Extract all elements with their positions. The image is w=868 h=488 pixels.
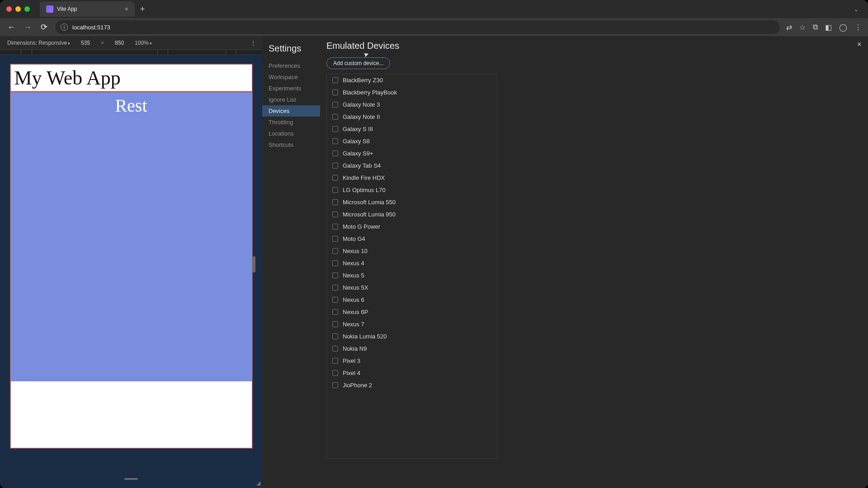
device-checkbox[interactable] xyxy=(332,138,338,144)
device-checkbox[interactable] xyxy=(332,333,338,339)
device-checkbox[interactable] xyxy=(332,382,338,388)
device-row[interactable]: Nexus 6P xyxy=(327,306,497,318)
device-label: Nokia N9 xyxy=(343,345,367,352)
device-row[interactable]: Microsoft Lumia 550 xyxy=(327,196,497,208)
sidebar-item-shortcuts[interactable]: Shortcuts xyxy=(262,139,320,150)
device-row[interactable]: Nexus 5 xyxy=(327,269,497,282)
device-checkbox[interactable] xyxy=(332,285,338,291)
profile-icon[interactable]: ◯ xyxy=(839,23,847,32)
minimize-window-icon[interactable] xyxy=(15,6,21,12)
device-checkbox[interactable] xyxy=(332,370,338,376)
device-list-scroll[interactable]: BlackBerry Z30Blackberry PlayBookGalaxy … xyxy=(327,74,497,458)
device-label: Moto G4 xyxy=(343,235,365,242)
device-checkbox[interactable] xyxy=(332,77,338,83)
extensions-icon[interactable]: ⧉ xyxy=(813,23,818,31)
device-menu-button[interactable]: ⋮ xyxy=(250,40,255,46)
resize-handle-bottom[interactable] xyxy=(124,478,138,480)
device-checkbox[interactable] xyxy=(332,346,338,352)
device-row[interactable]: LG Optimus L70 xyxy=(327,184,497,196)
device-checkbox[interactable] xyxy=(332,126,338,132)
device-row[interactable]: BlackBerry Z30 xyxy=(327,74,497,86)
device-checkbox[interactable] xyxy=(332,321,338,327)
device-row[interactable]: Pixel 4 xyxy=(327,367,497,379)
close-tab-icon[interactable]: × xyxy=(125,5,128,13)
ruler[interactable] xyxy=(0,50,262,55)
preview-stage: My Web App Rest ◢ xyxy=(0,55,262,488)
device-checkbox[interactable] xyxy=(332,102,338,108)
sidebar-item-ignore-list[interactable]: Ignore List xyxy=(262,94,320,105)
width-input[interactable] xyxy=(76,40,94,46)
device-checkbox[interactable] xyxy=(332,236,338,242)
device-row[interactable]: Moto G4 xyxy=(327,233,497,245)
device-mode-pane: Dimensions: Responsive▾ × 100%▾ ⋮ My Web… xyxy=(0,36,262,488)
sidebar-item-experiments[interactable]: Experiments xyxy=(262,83,320,94)
device-row[interactable]: Galaxy Note 3 xyxy=(327,99,497,111)
device-checkbox[interactable] xyxy=(332,248,338,254)
device-row[interactable]: Nokia N9 xyxy=(327,343,497,355)
device-label: Nexus 10 xyxy=(343,248,368,254)
device-row[interactable]: Galaxy S8 xyxy=(327,135,497,147)
device-row[interactable]: Kindle Fire HDX xyxy=(327,172,497,184)
device-row[interactable]: Nexus 5X xyxy=(327,282,497,294)
dimensions-dropdown[interactable]: Dimensions: Responsive▾ xyxy=(7,40,70,46)
device-label: Microsoft Lumia 550 xyxy=(343,199,396,206)
device-row[interactable]: Nexus 6 xyxy=(327,294,497,306)
address-bar[interactable]: i localhost:5173 xyxy=(55,20,780,34)
device-checkbox[interactable] xyxy=(332,187,338,193)
device-checkbox[interactable] xyxy=(332,163,338,169)
forward-button[interactable]: → xyxy=(23,23,33,32)
device-checkbox[interactable] xyxy=(332,224,338,230)
device-row[interactable]: JioPhone 2 xyxy=(327,379,497,391)
tab-overflow-button[interactable]: ⌄ xyxy=(851,3,862,15)
device-checkbox[interactable] xyxy=(332,358,338,364)
device-label: Blackberry PlayBook xyxy=(343,89,397,96)
zoom-dropdown[interactable]: 100%▾ xyxy=(135,40,152,46)
new-tab-button[interactable]: + xyxy=(140,5,145,14)
sidebar-item-preferences[interactable]: Preferences xyxy=(262,60,320,71)
device-checkbox[interactable] xyxy=(332,175,338,181)
device-row[interactable]: Nexus 7 xyxy=(327,318,497,330)
maximize-window-icon[interactable] xyxy=(24,6,30,12)
device-checkbox[interactable] xyxy=(332,150,338,156)
add-custom-device-button[interactable]: Add custom device... xyxy=(326,57,390,69)
device-checkbox[interactable] xyxy=(332,199,338,205)
device-checkbox[interactable] xyxy=(332,89,338,95)
back-button[interactable]: ← xyxy=(6,23,16,32)
resize-handle-corner[interactable]: ◢ xyxy=(256,480,260,486)
bookmark-icon[interactable]: ☆ xyxy=(799,23,806,32)
device-row[interactable]: Galaxy Note II xyxy=(327,111,497,123)
device-row[interactable]: Blackberry PlayBook xyxy=(327,86,497,99)
browser-tab[interactable]: Vite App × xyxy=(40,1,135,17)
device-label: Galaxy Note 3 xyxy=(343,101,380,108)
device-row[interactable]: Microsoft Lumia 950 xyxy=(327,208,497,221)
device-checkbox[interactable] xyxy=(332,272,338,278)
device-row[interactable]: Nexus 10 xyxy=(327,245,497,257)
height-input[interactable] xyxy=(110,40,128,46)
device-checkbox[interactable] xyxy=(332,114,338,120)
close-window-icon[interactable] xyxy=(6,6,12,12)
sidebar-item-devices[interactable]: Devices xyxy=(262,105,320,117)
site-info-icon[interactable]: i xyxy=(61,23,68,31)
resize-handle-right[interactable] xyxy=(253,256,255,272)
translate-icon[interactable]: ⇄ xyxy=(786,23,792,32)
reload-button[interactable]: ⟳ xyxy=(39,22,49,32)
menu-icon[interactable]: ⋮ xyxy=(854,23,862,32)
sidepanel-icon[interactable]: ◧ xyxy=(825,23,832,32)
device-checkbox[interactable] xyxy=(332,297,338,303)
device-checkbox[interactable] xyxy=(332,211,338,217)
device-row[interactable]: Moto G Power xyxy=(327,221,497,233)
device-label: Nexus 7 xyxy=(343,321,364,328)
device-row[interactable]: Nexus 4 xyxy=(327,257,497,269)
device-checkbox[interactable] xyxy=(332,260,338,266)
rendered-page[interactable]: My Web App Rest xyxy=(10,64,252,448)
device-row[interactable]: Pixel 3 xyxy=(327,355,497,367)
sidebar-item-locations[interactable]: Locations xyxy=(262,128,320,139)
device-row[interactable]: Nokia Lumia 520 xyxy=(327,330,497,343)
device-row[interactable]: Galaxy S9+ xyxy=(327,147,497,160)
sidebar-item-workspace[interactable]: Workspace xyxy=(262,71,320,83)
sidebar-item-throttling[interactable]: Throttling xyxy=(262,117,320,128)
device-checkbox[interactable] xyxy=(332,309,338,315)
device-row[interactable]: Galaxy Tab S4 xyxy=(327,160,497,172)
device-label: Nexus 5X xyxy=(343,284,368,291)
device-row[interactable]: Galaxy S III xyxy=(327,123,497,135)
